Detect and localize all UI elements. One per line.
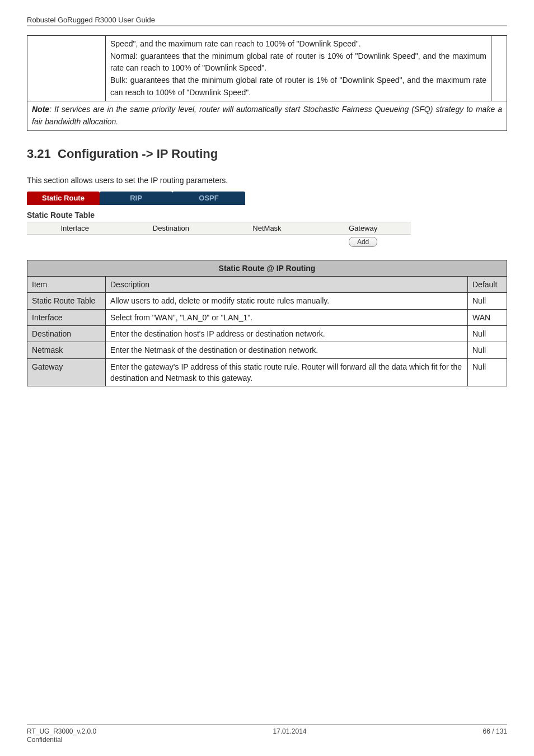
note-body: : If services are in the same priority l… — [32, 105, 502, 126]
tab-rip[interactable]: RIP — [100, 192, 172, 205]
cont-line-0: Speed", and the maximum rate can reach t… — [110, 39, 361, 48]
spec-h-item: Item — [27, 277, 106, 293]
spec-r4-c1: Gateway — [27, 358, 106, 386]
running-header: Robustel GoRugged R3000 User Guide — [27, 16, 507, 24]
static-route-header-table: Interface Destination NetMask Gateway Ad… — [27, 222, 507, 249]
spec-r4-c2: Enter the gateway's IP address of this s… — [106, 358, 468, 386]
table-row: Netmask Enter the Netmask of the destina… — [27, 342, 507, 358]
table-row: Destination Enter the destination host's… — [27, 326, 507, 342]
srt-col-gateway: Gateway — [315, 222, 411, 235]
table-row: Static Route Table Allow users to add, d… — [27, 293, 507, 309]
spec-r0-c1: Static Route Table — [27, 293, 106, 309]
table-row: Gateway Enter the gateway's IP address o… — [27, 358, 507, 386]
cont-line-2: Bulk: guarantees that the minimum global… — [110, 76, 486, 97]
tab-ospf[interactable]: OSPF — [172, 192, 245, 205]
add-button[interactable]: Add — [349, 237, 377, 247]
footer-page: 66 / 131 — [483, 727, 507, 745]
header-rule — [27, 25, 507, 26]
srt-col-destination: Destination — [123, 222, 219, 235]
footer-conf: Confidential — [27, 736, 96, 745]
cont-right-cell — [491, 36, 507, 101]
spec-r0-c2: Allow users to add, delete or modify sta… — [106, 293, 468, 309]
spec-r3-c2: Enter the Netmask of the destination or … — [106, 342, 468, 358]
intro-paragraph: This section allows users to set the IP … — [27, 176, 507, 185]
spec-r2-c2: Enter the destination host's IP address … — [106, 326, 468, 342]
footer-rule — [27, 724, 507, 725]
spec-h-def: Default — [468, 277, 507, 293]
spec-banner: Static Route @ IP Routing — [27, 260, 507, 276]
spec-r1-c2: Select from "WAN", "LAN_0" or "LAN_1". — [106, 309, 468, 325]
static-route-table-heading: Static Route Table — [27, 211, 507, 220]
srt-col-spacer — [411, 222, 507, 235]
spec-r2-c3: Null — [468, 326, 507, 342]
srt-col-interface: Interface — [27, 222, 123, 235]
tab-static-route[interactable]: Static Route — [27, 192, 100, 205]
footer-date: 17.01.2014 — [273, 727, 306, 745]
table-row: Interface Select from "WAN", "LAN_0" or … — [27, 309, 507, 325]
tab-strip: Static Route RIP OSPF — [27, 192, 507, 205]
spec-r1-c1: Interface — [27, 309, 106, 325]
spec-r0-c3: Null — [468, 293, 507, 309]
cont-body-cell: Speed", and the maximum rate can reach t… — [106, 36, 491, 101]
section-heading: 3.21 Configuration -> IP Routing — [27, 147, 507, 161]
spec-r2-c1: Destination — [27, 326, 106, 342]
spec-r1-c3: WAN — [468, 309, 507, 325]
spec-r3-c3: Null — [468, 342, 507, 358]
footer-doc: RT_UG_R3000_v.2.0.0 — [27, 727, 96, 736]
srt-col-netmask: NetMask — [219, 222, 315, 235]
continuation-table: Speed", and the maximum rate can reach t… — [27, 35, 507, 131]
cont-line-1: Normal: guarantees that the minimum glob… — [110, 52, 486, 73]
cont-left-cell — [27, 36, 106, 101]
section-title: Configuration -> IP Routing — [58, 147, 218, 161]
page-footer: RT_UG_R3000_v.2.0.0 Confidential 17.01.2… — [27, 724, 507, 745]
spec-h-desc: Description — [106, 277, 468, 293]
spec-r4-c3: Null — [468, 358, 507, 386]
spec-r3-c1: Netmask — [27, 342, 106, 358]
cont-note-cell: Note: If services are in the same priori… — [27, 101, 507, 130]
note-prefix: Note — [32, 105, 49, 114]
spec-table: Static Route @ IP Routing Item Descripti… — [27, 260, 507, 386]
section-number: 3.21 — [27, 147, 51, 161]
